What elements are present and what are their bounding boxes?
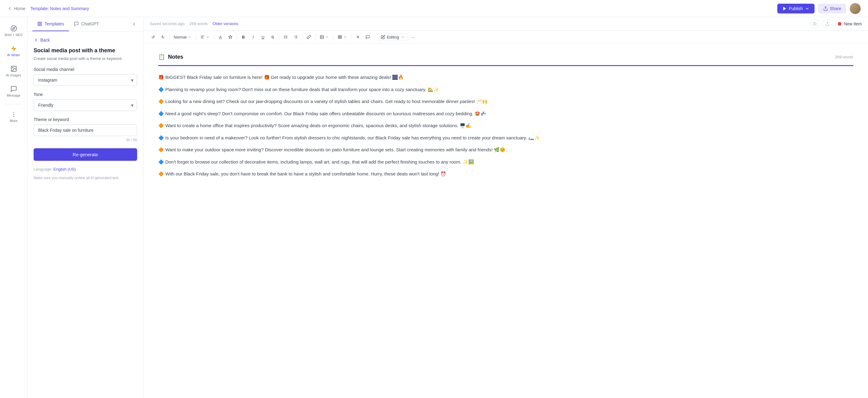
bullet-list-icon xyxy=(284,35,288,39)
tab-chatgpt-label: ChatGPT xyxy=(81,21,99,26)
svg-rect-10 xyxy=(38,24,39,26)
toolbar-divider-8 xyxy=(333,34,334,40)
add-person-button[interactable] xyxy=(810,19,819,29)
svg-point-21 xyxy=(284,38,285,38)
content-paragraph-7: 🔷 Don't forget to browse our collection … xyxy=(158,158,853,166)
older-versions-link[interactable]: Older versions xyxy=(213,21,238,26)
toolbar-divider-3 xyxy=(214,34,214,40)
sidebar-item-more[interactable]: More xyxy=(2,108,26,125)
content-paragraph-4: 🔶 Want to create a home office that insp… xyxy=(158,122,853,130)
publish-button[interactable]: Publish xyxy=(777,4,814,13)
home-link[interactable]: Home xyxy=(7,6,25,11)
dots-icon xyxy=(10,111,17,118)
editing-badge[interactable]: Editing xyxy=(377,33,408,41)
share-icon xyxy=(823,6,828,11)
regenerate-button[interactable]: Re-generate xyxy=(34,148,137,161)
strikethrough-button[interactable]: S xyxy=(268,32,277,41)
chat-icon xyxy=(10,86,17,92)
svg-rect-11 xyxy=(40,24,41,26)
style-dropdown[interactable]: Normal xyxy=(171,34,194,41)
panel: Templates ChatGPT Back Social media post… xyxy=(28,17,144,398)
style-chevron-icon xyxy=(188,35,191,39)
editor-meta: Saved seconds ago 269 words Older versio… xyxy=(150,21,238,26)
panel-subtitle: Create social media post with a theme or… xyxy=(34,56,137,61)
image-insert-icon xyxy=(320,35,324,39)
collapse-icon xyxy=(132,22,136,27)
doc-title-bar: 📋 Notes 269 words xyxy=(158,54,853,66)
svg-rect-9 xyxy=(40,22,41,24)
editor-content[interactable]: 📋 Notes 269 words 🎁 BIGGEST Black Friday… xyxy=(144,44,868,398)
editing-chevron-icon xyxy=(401,35,405,39)
editor-topbar-right: New Item xyxy=(810,19,862,29)
keyword-input[interactable] xyxy=(34,124,137,136)
undo-button[interactable]: ↺ xyxy=(149,32,158,41)
back-link[interactable]: Back xyxy=(34,37,137,42)
char-count: 30 / 50 xyxy=(34,138,137,142)
panel-tabs: Templates ChatGPT xyxy=(28,17,143,31)
image-dropdown[interactable] xyxy=(317,34,331,40)
clear-format-icon xyxy=(356,35,360,39)
svg-text:2.: 2. xyxy=(294,36,295,37)
sidebar-label-ai-images: AI Images xyxy=(6,74,21,77)
align-chevron-icon xyxy=(206,35,210,39)
chevron-left-icon xyxy=(7,6,12,11)
keyword-input-wrapper xyxy=(34,124,137,136)
editor-topbar: Saved seconds ago 269 words Older versio… xyxy=(144,17,868,31)
redo-button[interactable]: ↻ xyxy=(158,32,167,41)
sidebar-divider xyxy=(5,104,22,104)
sidebar-item-ai-writer[interactable]: AI Writer xyxy=(2,42,26,60)
content-body: 🎁 BIGGEST Black Friday sale on furniture… xyxy=(158,74,853,178)
top-header: Home Template: Notes and Summary Publish… xyxy=(0,0,868,17)
more-options-button[interactable]: ··· xyxy=(409,32,418,41)
table-dropdown[interactable] xyxy=(335,34,349,40)
toolbar-divider-6 xyxy=(302,34,302,40)
link-button[interactable] xyxy=(304,32,313,41)
sidebar-label-ai-writer: AI Writer xyxy=(7,53,20,57)
language-link[interactable]: English (US) xyxy=(54,167,76,171)
sidebar-item-brief-seo[interactable]: Brief + SEO xyxy=(2,22,26,40)
header-right: Publish Share xyxy=(777,3,861,14)
toolbar-divider-2 xyxy=(196,34,196,40)
keyword-label: Theme or keyword xyxy=(34,117,137,122)
panel-collapse-button[interactable] xyxy=(130,20,138,28)
content-paragraph-5: 🔷 Is your bedroom in need of a makeover?… xyxy=(158,134,853,142)
panel-title: Social media post with a theme xyxy=(34,47,137,54)
header-left: Home Template: Notes and Summary xyxy=(7,6,89,11)
sidebar-label-message: Message xyxy=(7,93,21,97)
toolbar-divider-7 xyxy=(315,34,315,40)
numbered-list-button[interactable]: 1.2. xyxy=(291,32,300,41)
tone-label: Tone xyxy=(34,92,137,97)
lightning-icon xyxy=(10,45,17,52)
sidebar-label-brief-seo: Brief + SEO xyxy=(5,33,22,37)
avatar[interactable] xyxy=(850,3,861,14)
share-button[interactable]: Share xyxy=(818,4,846,13)
image-chevron-icon xyxy=(325,35,329,39)
svg-point-7 xyxy=(13,116,14,117)
tab-templates[interactable]: Templates xyxy=(32,17,69,31)
edit-pen-icon xyxy=(381,35,385,39)
clear-format-button[interactable] xyxy=(353,32,363,41)
templates-icon xyxy=(37,21,42,26)
tone-select[interactable]: Friendly Professional Casual Formal Humo… xyxy=(34,100,137,111)
italic-button[interactable]: I xyxy=(249,32,258,41)
highlight-button[interactable] xyxy=(226,32,235,41)
link-icon xyxy=(307,35,311,39)
home-label: Home xyxy=(14,6,25,11)
text-color-button[interactable]: A xyxy=(216,32,225,41)
doc-icon: 📋 xyxy=(158,54,165,60)
sidebar-item-ai-images[interactable]: AI Images xyxy=(2,62,26,80)
template-label: Template: Notes and Summary xyxy=(30,6,89,11)
underline-button[interactable]: U xyxy=(258,32,268,41)
sidebar-item-message[interactable]: Message xyxy=(2,83,26,100)
comment-button[interactable] xyxy=(363,32,372,41)
bold-button[interactable]: B xyxy=(239,32,248,41)
channel-select[interactable]: Instagram Facebook Twitter LinkedIn TikT… xyxy=(34,74,137,86)
channel-label: Social media channel xyxy=(34,67,137,72)
align-dropdown[interactable] xyxy=(198,34,212,40)
share-doc-button[interactable] xyxy=(823,19,832,29)
content-paragraph-0: 🎁 BIGGEST Black Friday sale on furniture… xyxy=(158,74,853,81)
content-paragraph-1: 🔷 Planning to revamp your living room? D… xyxy=(158,86,853,93)
tab-chatgpt[interactable]: ChatGPT xyxy=(69,17,104,31)
bullet-list-button[interactable] xyxy=(281,32,290,41)
content-paragraph-2: 🔶 Looking for a new dining set? Check ou… xyxy=(158,97,853,106)
